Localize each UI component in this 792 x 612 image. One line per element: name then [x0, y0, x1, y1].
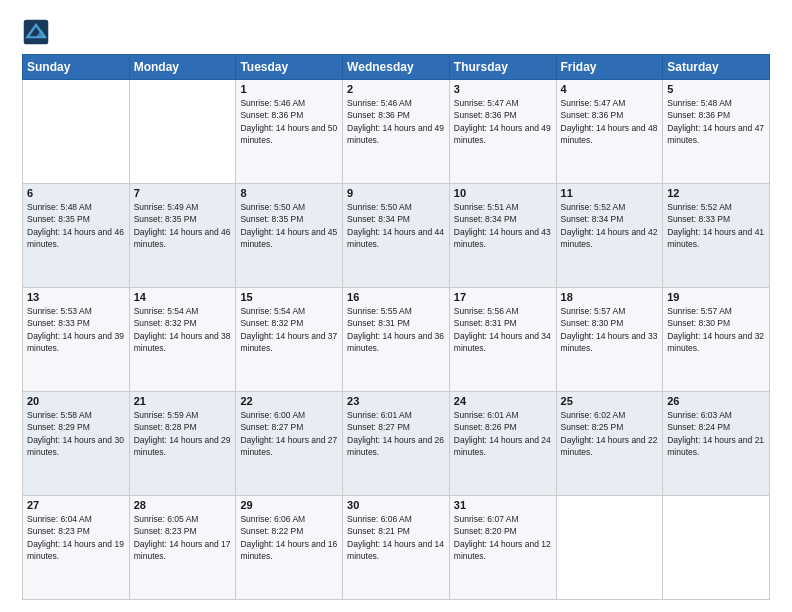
sunrise-text: Sunrise: 6:00 AM: [240, 410, 305, 420]
sunset-text: Sunset: 8:25 PM: [561, 422, 624, 432]
day-number: 10: [454, 187, 552, 199]
sunset-text: Sunset: 8:27 PM: [347, 422, 410, 432]
sunrise-text: Sunrise: 6:03 AM: [667, 410, 732, 420]
sunrise-text: Sunrise: 5:58 AM: [27, 410, 92, 420]
day-cell: 6 Sunrise: 5:48 AM Sunset: 8:35 PM Dayli…: [23, 184, 130, 288]
day-info: Sunrise: 6:02 AM Sunset: 8:25 PM Dayligh…: [561, 409, 659, 458]
weekday-header-saturday: Saturday: [663, 55, 770, 80]
day-cell: 30 Sunrise: 6:06 AM Sunset: 8:21 PM Dayl…: [343, 496, 450, 600]
day-cell: 20 Sunrise: 5:58 AM Sunset: 8:29 PM Dayl…: [23, 392, 130, 496]
day-cell: 21 Sunrise: 5:59 AM Sunset: 8:28 PM Dayl…: [129, 392, 236, 496]
sunset-text: Sunset: 8:22 PM: [240, 526, 303, 536]
daylight-text: Daylight: 14 hours and 19 minutes.: [27, 539, 124, 561]
day-cell: 9 Sunrise: 5:50 AM Sunset: 8:34 PM Dayli…: [343, 184, 450, 288]
day-info: Sunrise: 6:04 AM Sunset: 8:23 PM Dayligh…: [27, 513, 125, 562]
sunrise-text: Sunrise: 5:48 AM: [27, 202, 92, 212]
daylight-text: Daylight: 14 hours and 48 minutes.: [561, 123, 658, 145]
daylight-text: Daylight: 14 hours and 46 minutes.: [134, 227, 231, 249]
day-number: 14: [134, 291, 232, 303]
sunrise-text: Sunrise: 5:52 AM: [667, 202, 732, 212]
sunrise-text: Sunrise: 6:01 AM: [347, 410, 412, 420]
day-info: Sunrise: 5:46 AM Sunset: 8:36 PM Dayligh…: [240, 97, 338, 146]
sunset-text: Sunset: 8:34 PM: [561, 214, 624, 224]
sunrise-text: Sunrise: 5:52 AM: [561, 202, 626, 212]
week-row-5: 27 Sunrise: 6:04 AM Sunset: 8:23 PM Dayl…: [23, 496, 770, 600]
sunrise-text: Sunrise: 5:53 AM: [27, 306, 92, 316]
week-row-4: 20 Sunrise: 5:58 AM Sunset: 8:29 PM Dayl…: [23, 392, 770, 496]
sunset-text: Sunset: 8:30 PM: [667, 318, 730, 328]
sunset-text: Sunset: 8:36 PM: [347, 110, 410, 120]
sunset-text: Sunset: 8:36 PM: [240, 110, 303, 120]
day-info: Sunrise: 5:52 AM Sunset: 8:33 PM Dayligh…: [667, 201, 765, 250]
daylight-text: Daylight: 14 hours and 21 minutes.: [667, 435, 764, 457]
day-number: 24: [454, 395, 552, 407]
day-info: Sunrise: 6:03 AM Sunset: 8:24 PM Dayligh…: [667, 409, 765, 458]
sunset-text: Sunset: 8:34 PM: [347, 214, 410, 224]
sunrise-text: Sunrise: 5:50 AM: [240, 202, 305, 212]
sunset-text: Sunset: 8:31 PM: [454, 318, 517, 328]
day-number: 26: [667, 395, 765, 407]
day-number: 30: [347, 499, 445, 511]
day-cell: 2 Sunrise: 5:46 AM Sunset: 8:36 PM Dayli…: [343, 80, 450, 184]
day-cell: 18 Sunrise: 5:57 AM Sunset: 8:30 PM Dayl…: [556, 288, 663, 392]
sunset-text: Sunset: 8:33 PM: [667, 214, 730, 224]
day-cell: 3 Sunrise: 5:47 AM Sunset: 8:36 PM Dayli…: [449, 80, 556, 184]
sunset-text: Sunset: 8:36 PM: [561, 110, 624, 120]
daylight-text: Daylight: 14 hours and 30 minutes.: [27, 435, 124, 457]
day-cell: 8 Sunrise: 5:50 AM Sunset: 8:35 PM Dayli…: [236, 184, 343, 288]
day-info: Sunrise: 5:47 AM Sunset: 8:36 PM Dayligh…: [454, 97, 552, 146]
weekday-header-friday: Friday: [556, 55, 663, 80]
sunset-text: Sunset: 8:36 PM: [454, 110, 517, 120]
sunset-text: Sunset: 8:26 PM: [454, 422, 517, 432]
daylight-text: Daylight: 14 hours and 34 minutes.: [454, 331, 551, 353]
day-cell: 13 Sunrise: 5:53 AM Sunset: 8:33 PM Dayl…: [23, 288, 130, 392]
sunrise-text: Sunrise: 6:06 AM: [347, 514, 412, 524]
day-number: 31: [454, 499, 552, 511]
day-cell: 24 Sunrise: 6:01 AM Sunset: 8:26 PM Dayl…: [449, 392, 556, 496]
day-number: 16: [347, 291, 445, 303]
sunset-text: Sunset: 8:30 PM: [561, 318, 624, 328]
sunrise-text: Sunrise: 5:46 AM: [347, 98, 412, 108]
daylight-text: Daylight: 14 hours and 26 minutes.: [347, 435, 444, 457]
day-cell: 27 Sunrise: 6:04 AM Sunset: 8:23 PM Dayl…: [23, 496, 130, 600]
sunrise-text: Sunrise: 5:48 AM: [667, 98, 732, 108]
sunrise-text: Sunrise: 6:07 AM: [454, 514, 519, 524]
daylight-text: Daylight: 14 hours and 27 minutes.: [240, 435, 337, 457]
sunrise-text: Sunrise: 5:51 AM: [454, 202, 519, 212]
day-info: Sunrise: 5:51 AM Sunset: 8:34 PM Dayligh…: [454, 201, 552, 250]
sunset-text: Sunset: 8:34 PM: [454, 214, 517, 224]
sunrise-text: Sunrise: 5:55 AM: [347, 306, 412, 316]
day-info: Sunrise: 5:58 AM Sunset: 8:29 PM Dayligh…: [27, 409, 125, 458]
day-cell: 1 Sunrise: 5:46 AM Sunset: 8:36 PM Dayli…: [236, 80, 343, 184]
day-cell: 15 Sunrise: 5:54 AM Sunset: 8:32 PM Dayl…: [236, 288, 343, 392]
day-info: Sunrise: 5:50 AM Sunset: 8:34 PM Dayligh…: [347, 201, 445, 250]
daylight-text: Daylight: 14 hours and 43 minutes.: [454, 227, 551, 249]
day-info: Sunrise: 5:55 AM Sunset: 8:31 PM Dayligh…: [347, 305, 445, 354]
daylight-text: Daylight: 14 hours and 44 minutes.: [347, 227, 444, 249]
sunset-text: Sunset: 8:24 PM: [667, 422, 730, 432]
sunset-text: Sunset: 8:35 PM: [134, 214, 197, 224]
sunset-text: Sunset: 8:31 PM: [347, 318, 410, 328]
day-number: 28: [134, 499, 232, 511]
day-info: Sunrise: 5:53 AM Sunset: 8:33 PM Dayligh…: [27, 305, 125, 354]
day-info: Sunrise: 5:50 AM Sunset: 8:35 PM Dayligh…: [240, 201, 338, 250]
day-info: Sunrise: 5:54 AM Sunset: 8:32 PM Dayligh…: [240, 305, 338, 354]
day-number: 22: [240, 395, 338, 407]
logo: [22, 18, 54, 46]
daylight-text: Daylight: 14 hours and 50 minutes.: [240, 123, 337, 145]
day-number: 3: [454, 83, 552, 95]
day-cell: [663, 496, 770, 600]
daylight-text: Daylight: 14 hours and 12 minutes.: [454, 539, 551, 561]
sunrise-text: Sunrise: 5:47 AM: [454, 98, 519, 108]
sunset-text: Sunset: 8:35 PM: [240, 214, 303, 224]
day-cell: 19 Sunrise: 5:57 AM Sunset: 8:30 PM Dayl…: [663, 288, 770, 392]
day-cell: 12 Sunrise: 5:52 AM Sunset: 8:33 PM Dayl…: [663, 184, 770, 288]
day-cell: 7 Sunrise: 5:49 AM Sunset: 8:35 PM Dayli…: [129, 184, 236, 288]
sunrise-text: Sunrise: 5:49 AM: [134, 202, 199, 212]
day-cell: 17 Sunrise: 5:56 AM Sunset: 8:31 PM Dayl…: [449, 288, 556, 392]
day-number: 15: [240, 291, 338, 303]
day-number: 5: [667, 83, 765, 95]
day-number: 17: [454, 291, 552, 303]
daylight-text: Daylight: 14 hours and 47 minutes.: [667, 123, 764, 145]
day-number: 19: [667, 291, 765, 303]
